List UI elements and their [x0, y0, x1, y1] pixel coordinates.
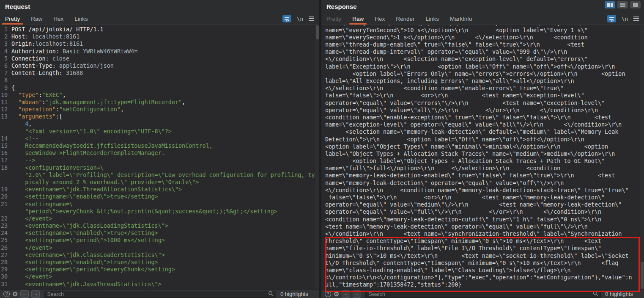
- response-editor[interactable]: name=\"everyMinute\">1 min<\/option>\r\n…: [321, 25, 644, 289]
- response-code-line: Detection\">\r\n <option label=\"Off\" n…: [325, 136, 644, 143]
- menu-icon[interactable]: [309, 17, 314, 21]
- request-code-line: "2.0\" label=\"Profiling\" description=\…: [0, 171, 319, 179]
- request-title-text: Request: [5, 3, 30, 10]
- request-scrollbar-thumb[interactable]: [316, 25, 319, 39]
- response-code-line: <condition name=\"memory-leak-detection-…: [325, 216, 644, 223]
- response-searchbar: ? ⚙ ← → 0 highlights: [321, 289, 644, 298]
- word-wrap-icon[interactable]: [607, 15, 616, 22]
- prev-match-button[interactable]: ←: [342, 290, 350, 298]
- tab-markinfo[interactable]: MarkInfo: [450, 13, 472, 25]
- search-icon: [593, 291, 598, 296]
- response-code-line: <\/condition>\r\n <condition name=\"memo…: [325, 187, 644, 194]
- gear-icon[interactable]: ⚙: [12, 291, 18, 297]
- word-wrap-icon[interactable]: [282, 15, 291, 22]
- response-tab-actions: \n: [607, 15, 639, 22]
- request-panel-title: Request: [0, 0, 319, 13]
- next-match-button[interactable]: →: [31, 290, 40, 298]
- response-highlights-count: 0 highlights: [605, 291, 641, 297]
- prev-match-button[interactable]: ←: [20, 290, 29, 298]
- single-layout-button[interactable]: [630, 1, 641, 8]
- help-icon[interactable]: ?: [325, 291, 331, 297]
- request-code-line: 16 seeWindow->FlightRecorderTemplateMana…: [0, 149, 319, 157]
- request-code: 1POST /api/jolokia/ HTTP/1.12Host: local…: [0, 25, 319, 289]
- request-searchbar: ? ⚙ ← → 0 highlights: [0, 289, 319, 298]
- response-code-line: <option label=\"Object Types\" name=\"mi…: [325, 143, 644, 150]
- menu-icon[interactable]: [633, 17, 639, 21]
- request-tab-actions: \n: [282, 15, 314, 22]
- layout-buttons: [605, 1, 641, 8]
- request-code-line: 6Content-Type: application/json: [0, 62, 319, 69]
- response-code-line: name=\"file-io-threshold\" label=\"File …: [325, 245, 644, 252]
- response-code-line: label=\"All Exceptions, including Errors…: [325, 77, 644, 85]
- response-code-line: label=\"Object Types + Allocation Stack …: [325, 150, 644, 157]
- request-code-line: 30 </event>: [0, 273, 319, 280]
- tab-raw[interactable]: Raw: [352, 13, 364, 25]
- request-code-line: 32 <settingname=\"enabled\">true</settin…: [0, 288, 319, 289]
- response-code-line: minimum=\"0 s\">10 ms<\/text>\r\n <text …: [325, 252, 644, 259]
- request-code-line: 28 <settingname=\"enabled\">true</settin…: [0, 259, 319, 266]
- request-highlights-count: 0 highlights: [280, 291, 316, 297]
- response-code-line: <condition name=\"enable-exceptions\" tr…: [325, 114, 644, 121]
- newline-toggle[interactable]: \n: [622, 16, 628, 22]
- help-icon[interactable]: ?: [3, 291, 10, 297]
- response-code-line: ull,"timestamp":1701358472,"status":200}: [325, 281, 644, 288]
- response-code-line: <\/condition>\r\n <text name=\"synchroni…: [325, 230, 644, 237]
- response-code-line: name=\"full\">full<\/option>\r\n <\/sele…: [325, 165, 644, 172]
- request-code-line: 11 "mbean":"jdk.management.jfr:type=Flig…: [0, 99, 319, 106]
- request-tabs: PrettyRawHexLinks: [5, 13, 99, 25]
- tab-links[interactable]: Links: [426, 13, 439, 25]
- request-scrollbar[interactable]: [315, 25, 319, 289]
- response-code-line: name=\"memory-leak-detection-enabled\" t…: [325, 172, 644, 179]
- request-code-line: 20 <settingname=\"enabled\">true</settin…: [0, 193, 319, 200]
- request-search-input[interactable]: [44, 291, 276, 298]
- tab-hex[interactable]: Hex: [53, 13, 63, 25]
- newline-toggle[interactable]: \n: [297, 16, 303, 22]
- response-search-input[interactable]: [365, 291, 601, 298]
- response-tabs: PrettyRawHexRenderLinksMarkInfo: [326, 13, 483, 25]
- response-code-line: I\/O Threshold\" contentType=\"timespan\…: [325, 259, 644, 267]
- request-tabbar: PrettyRawHexLinks \n: [0, 13, 319, 25]
- response-code-line: name=\"everyTenSecond\">10 s<\/option>\r…: [325, 27, 644, 34]
- tab-raw[interactable]: Raw: [31, 13, 42, 25]
- response-code-line: <option label=\"Errors Only\" name=\"err…: [325, 70, 644, 77]
- response-code-line: name=\"thread-dump-enabled\" true=\"fals…: [325, 41, 644, 48]
- next-match-button[interactable]: →: [353, 290, 361, 298]
- response-code: name=\"everyMinute\">1 min<\/option>\r\n…: [321, 25, 644, 288]
- request-code-line: 21 <settingname=\: [0, 201, 319, 208]
- response-scrollbar[interactable]: [640, 25, 644, 289]
- response-code-line: <\/control>\r\n<\/configuration>"],"type…: [325, 274, 644, 281]
- request-code-line: 18 <configurationversion=\: [0, 164, 319, 171]
- request-code-line: 25 <settingname=\"period\">1000 ms</sett…: [0, 237, 319, 244]
- tab-pretty[interactable]: Pretty: [5, 13, 20, 25]
- request-code-line: 27 <eventname=\"jdk.ClassLoaderStatistic…: [0, 251, 319, 259]
- response-code-line: name=\"everySecond\">1 s<\/option>\r\n <…: [325, 34, 644, 41]
- response-code-line: false=\"false\">\r\n <or>\r\n <test name…: [325, 92, 644, 99]
- request-code-line: 2Host: localhost:8161: [0, 33, 319, 40]
- columns-layout-button[interactable]: [605, 1, 615, 8]
- response-code-line: <\/selection>\r\n <condition name=\"enab…: [325, 85, 644, 92]
- response-title-text: Response: [326, 3, 357, 10]
- request-editor[interactable]: 1POST /api/jolokia/ HTTP/1.12Host: local…: [0, 25, 319, 289]
- request-code-line: 23 <eventname=\"jdk.ClassLoadingStatisti…: [0, 222, 319, 229]
- request-search-field: [44, 290, 276, 298]
- tab-hex[interactable]: Hex: [375, 13, 385, 25]
- tab-render[interactable]: Render: [396, 13, 414, 25]
- tab-pretty[interactable]: Pretty: [326, 13, 341, 25]
- response-code-line: operator=\"equal\" value=\"all\"\/>\r\n …: [325, 107, 644, 114]
- request-code-line: 7Content-Length: 31688: [0, 69, 319, 77]
- response-code-line: operator=\"equal\" value=\"medium\"\/>\r…: [325, 201, 644, 208]
- request-code-line: 4,: [0, 120, 319, 127]
- request-code-line: 31 <eventname=\"jdk.JavaThreadStatistics…: [0, 281, 319, 288]
- response-scrollbar-thumb[interactable]: [641, 262, 644, 289]
- request-code-line: 24 <settingname=\"enabled\">true</settin…: [0, 229, 319, 237]
- response-code-line: name=\"exception-level\" operator=\"equa…: [325, 121, 644, 128]
- response-code-line: operator=\"equal\" value=\"errors\"\/>\r…: [325, 99, 644, 107]
- gear-icon[interactable]: ⚙: [334, 291, 339, 297]
- request-code-line: 8: [0, 77, 319, 84]
- request-code-line: 4Authorization: Basic YWRtaW46YWRtaW4=: [0, 48, 319, 55]
- tab-links[interactable]: Links: [74, 13, 88, 25]
- response-code-line: name=\"class-loading-enabled\" label=\"C…: [325, 267, 644, 274]
- rows-layout-button[interactable]: [617, 1, 628, 8]
- response-code-line: <selection name=\"memory-leak-detection\…: [325, 128, 644, 135]
- request-code-line: 15 Recommendedwaytoedit.jfcfilesistouseJ…: [0, 142, 319, 149]
